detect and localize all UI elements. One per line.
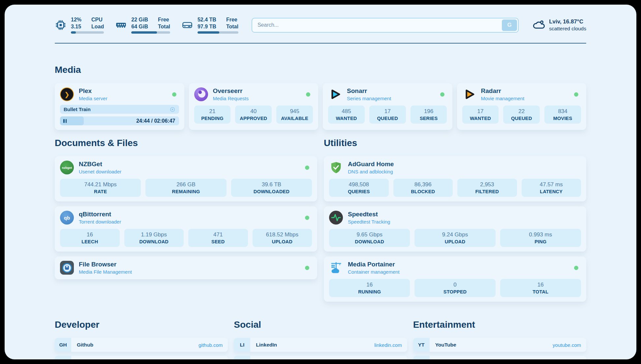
stat-value: 40 <box>237 108 270 115</box>
card-plex[interactable]: Plex Media server Bullet Train <box>55 83 184 130</box>
status-badge <box>574 266 578 270</box>
search-bar: G <box>252 18 519 33</box>
link-row-stackoverflow[interactable]: SO StackOverflow stackoverflow.com <box>55 356 228 359</box>
session-icon[interactable] <box>169 106 175 112</box>
stat-box: 47.57 ms LATENCY <box>522 179 581 197</box>
stat-box: 16 RUNNING <box>329 279 410 297</box>
stat-label: AVAILABLE <box>278 116 311 121</box>
cpu-label: CPU <box>91 16 104 23</box>
stat-label: APPROVED <box>237 116 270 121</box>
qbittorrent-icon: qb <box>60 211 74 225</box>
card-qbittorrent[interactable]: qb qBittorrent Torrent downloader 16 LEE… <box>55 206 317 252</box>
stat-box: 9.65 Gbps DOWNLOAD <box>329 229 410 247</box>
card-adguard[interactable]: AdGuard Home DNS and adblocking 498,508 … <box>324 156 586 201</box>
pause-icon[interactable] <box>63 119 67 123</box>
service-title: Radarr <box>481 87 525 95</box>
cpu-stat: 12% 3.15 CPU Load <box>55 16 104 34</box>
plex-progress-bar: 24:44 / 02:06:47 <box>60 116 179 125</box>
card-radarr[interactable]: Radarr Movie management 17 WANTED 22 QUE… <box>457 83 587 130</box>
stat-box: 744.21 Mbps RATE <box>60 179 141 197</box>
stat-box: 17 QUEUED <box>369 106 406 124</box>
stat-box: 945 AVAILABLE <box>276 106 313 124</box>
stat-value: 834 <box>546 108 579 115</box>
stat-label: UPLOAD <box>255 239 310 244</box>
adguard-icon <box>329 161 343 174</box>
status-badge <box>574 92 578 97</box>
card-nzbget[interactable]: nzbget NZBGet Usenet downloader 744.21 M… <box>55 156 317 201</box>
link-badge: LI <box>234 338 250 352</box>
stat-value: 9.24 Gbps <box>416 231 493 238</box>
link-url[interactable]: youtube.com <box>553 342 581 348</box>
card-sonarr[interactable]: Sonarr Series management 485 WANTED 17 Q… <box>323 83 452 130</box>
link-row-linkedin[interactable]: LI LinkedIn linkedin.com <box>234 338 407 352</box>
service-subtitle: DNS and adblocking <box>348 169 394 174</box>
plex-playback-time: 24:44 / 02:06:47 <box>136 116 175 125</box>
stat-label: RATE <box>62 189 139 194</box>
stat-label: PING <box>502 239 579 244</box>
top-bar: 12% 3.15 CPU Load <box>55 5 586 34</box>
disk-free-label: Free <box>226 16 238 23</box>
link-badge: GH <box>55 338 71 352</box>
stat-value: 16 <box>331 282 408 288</box>
service-title: AdGuard Home <box>348 161 394 168</box>
cpu-usage-value: 12% <box>71 16 81 23</box>
stat-label: FILTERED <box>459 189 515 194</box>
speedtest-icon <box>329 211 343 225</box>
stat-label: STOPPED <box>416 289 493 294</box>
weather-location-temp: Lviv, 16.87°C <box>549 18 586 25</box>
link-badge: SO <box>55 356 71 359</box>
ram-free-label: Free <box>158 16 170 23</box>
ram-icon <box>115 19 127 31</box>
stat-value: 618.52 Mbps <box>255 231 310 238</box>
stat-value: 744.21 Mbps <box>62 181 139 188</box>
section-title-entertainment: Entertainment <box>413 319 586 330</box>
stat-box: 40 APPROVED <box>235 106 272 124</box>
stat-label: LATENCY <box>524 189 579 194</box>
link-badge: TW <box>234 356 250 359</box>
service-subtitle: Container management <box>348 269 400 275</box>
section-title-developer: Developer <box>55 319 228 330</box>
section-title-social: Social <box>234 319 407 330</box>
stat-label: PENDING <box>196 116 229 121</box>
stat-value: 0 <box>416 282 493 288</box>
stat-value: 21 <box>196 108 229 115</box>
stat-label: TOTAL <box>502 289 579 294</box>
stat-box: 196 SERIES <box>411 106 447 124</box>
sonarr-icon <box>328 87 342 101</box>
stat-box: 16 TOTAL <box>500 279 581 297</box>
stat-box: 16 LEECH <box>60 229 120 247</box>
stat-value: 39.6 TB <box>233 181 310 188</box>
link-row-twitter[interactable]: TW Twitter twitter.com <box>234 356 407 359</box>
stat-label: RUNNING <box>331 289 408 294</box>
stat-value: 945 <box>278 108 311 115</box>
stat-box: 0.993 ms PING <box>500 229 581 247</box>
link-url[interactable]: github.com <box>198 342 223 348</box>
stat-label: QUEUED <box>371 116 404 121</box>
stat-box: 39.6 TB DOWNLOADED <box>231 179 312 197</box>
card-speedtest[interactable]: Speedtest Speedtest Tracking 9.65 Gbps D… <box>324 206 586 252</box>
stat-value: 9.65 Gbps <box>331 231 408 238</box>
card-overseerr[interactable]: Overseerr Media Requests 21 PENDING 40 A… <box>189 83 319 130</box>
service-subtitle: Media server <box>79 96 107 101</box>
stat-value: 16 <box>62 231 118 238</box>
section-title-utilities: Utilities <box>324 138 586 148</box>
link-url[interactable]: linkedin.com <box>374 342 402 348</box>
link-row-github[interactable]: GH Github github.com <box>55 338 228 352</box>
search-input[interactable] <box>252 18 519 33</box>
stat-label: WANTED <box>464 116 497 121</box>
stat-box: 485 WANTED <box>328 106 365 124</box>
stat-box: 21 PENDING <box>194 106 231 124</box>
service-subtitle: Movie management <box>481 96 525 101</box>
link-row-netflix[interactable]: NF Netflix netflix.com <box>413 356 586 359</box>
cpu-load-value: 3.15 <box>71 23 81 30</box>
dashboard-page: 12% 3.15 CPU Load <box>5 5 636 359</box>
card-filebrowser[interactable]: File Browser Media File Management <box>55 257 317 279</box>
plex-now-playing: Bullet Train <box>60 105 179 114</box>
card-portainer[interactable]: Media Portainer Container management 16 … <box>324 257 586 302</box>
search-engine-button[interactable]: G <box>502 19 517 31</box>
link-row-youtube[interactable]: YT YouTube youtube.com <box>413 338 586 352</box>
stat-label: REMAINING <box>147 189 224 194</box>
header-divider <box>55 43 586 44</box>
stat-label: UPLOAD <box>416 239 493 244</box>
stat-value: 86,396 <box>395 181 451 188</box>
